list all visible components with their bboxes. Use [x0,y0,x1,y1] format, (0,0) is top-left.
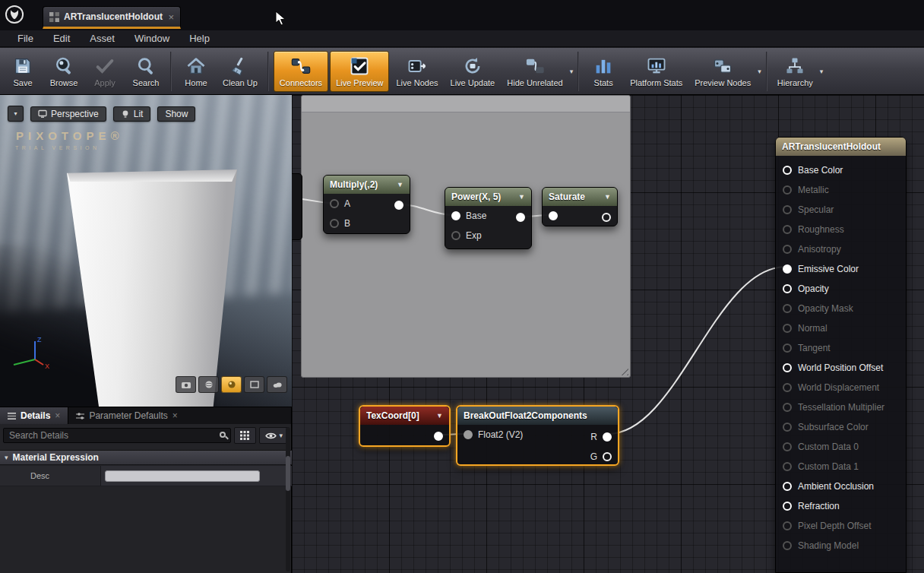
show-button[interactable]: Show [157,106,195,122]
menu-asset[interactable]: Asset [80,31,125,46]
live-update-button[interactable]: Live Update [445,51,501,92]
preview-nodes-button[interactable]: Preview Nodes [689,51,756,92]
material-pin-row[interactable]: Pixel Depth Offset [776,516,906,536]
details-tab-close-icon[interactable]: × [55,410,60,421]
saturate-node-header[interactable]: Saturate ▼ [543,188,617,206]
viewport-tool-button-1[interactable] [176,376,196,393]
desc-input[interactable] [105,470,260,482]
lit-button[interactable]: Lit [113,106,151,122]
preview-nodes-dropdown-icon[interactable]: ▾ [758,68,761,75]
viewport-tool-button-3[interactable] [221,376,242,393]
menu-file[interactable]: File [8,31,43,46]
power-input-exp-pin[interactable] [451,231,460,240]
hide-unrelated-button[interactable]: Hide Unrelated [502,51,568,92]
material-pin-icon[interactable] [783,541,792,550]
material-pin-row[interactable]: Emissive Color [776,259,906,279]
material-result-node[interactable]: ARTranslucentHoldout Base Color Metallic… [775,137,907,573]
viewport-tool-button-2[interactable] [198,376,219,393]
material-pin-row[interactable]: World Position Offset [776,358,906,378]
material-pin-row[interactable]: Metallic [776,180,906,200]
hierarchy-dropdown-icon[interactable]: ▾ [820,68,824,75]
material-pin-icon[interactable] [783,166,792,175]
multiply-collapse-icon[interactable]: ▼ [397,181,403,188]
platform-stats-button[interactable]: Platform Stats [625,51,688,92]
live-preview-button[interactable]: Live Preview [330,51,389,92]
material-expression-section-header[interactable]: ▾ Material Expression [0,450,292,465]
material-pin-row[interactable]: Refraction [776,496,906,516]
viewport-tool-button-4[interactable] [244,376,264,393]
stats-button[interactable]: Stats [584,51,623,92]
material-pin-row[interactable]: Opacity [776,279,906,299]
material-pin-row[interactable]: Normal [776,318,906,338]
preview-viewport[interactable]: ▾ Perspective Lit Show PIXOTOPE® TRIAL V… [0,95,293,407]
material-pin-icon[interactable] [783,482,792,491]
menu-window[interactable]: Window [125,31,179,46]
search-button[interactable]: Search [126,51,166,92]
material-pin-row[interactable]: Custom Data 0 [776,437,906,457]
material-pin-icon[interactable] [783,284,792,293]
parameter-defaults-tab-close-icon[interactable]: × [172,410,178,421]
material-pin-row[interactable]: Ambient Occlusion [776,476,906,496]
power-input-base-pin[interactable] [451,211,460,220]
breakout-output-g-pin[interactable] [603,452,612,461]
power-node-header[interactable]: Power(X, 5) ▼ [445,188,531,206]
material-pin-row[interactable]: World Displacement [776,378,906,397]
hide-unrelated-dropdown-icon[interactable]: ▾ [570,68,574,75]
material-pin-icon[interactable] [783,363,792,372]
texcoord-node-header[interactable]: TexCoord[0] ▼ [360,407,449,425]
comment-box-header[interactable] [302,96,630,112]
power-output-pin[interactable] [516,213,525,222]
material-pin-icon[interactable] [783,502,792,511]
asset-tab-close-icon[interactable]: × [168,11,174,23]
multiply-node[interactable]: Multiply(,2) ▼ A B [323,175,410,234]
hierarchy-button[interactable]: Hierarchy [772,51,818,92]
material-pin-row[interactable]: Tessellation Multiplier [776,397,906,417]
asset-tab[interactable]: ARTranslucentHoldout × [43,6,181,29]
material-pin-icon[interactable] [783,343,792,353]
material-graph-panel[interactable]: Multiply(,2) ▼ A B Power(X, 5) ▼ Base Ex… [292,95,924,573]
material-pin-icon[interactable] [783,264,792,274]
material-pin-row[interactable]: Roughness [776,220,906,239]
saturate-output[interactable] [602,213,611,222]
multiply-input-b-pin[interactable] [330,219,339,228]
material-pin-icon[interactable] [783,324,792,333]
material-pin-icon[interactable] [783,423,792,432]
saturate-collapse-icon[interactable]: ▼ [604,193,611,201]
material-node-header[interactable]: ARTranslucentHoldout [776,138,906,156]
perspective-button[interactable]: Perspective [30,106,106,122]
viewport-options-dropdown[interactable]: ▾ [8,106,24,122]
multiply-input-a-pin[interactable] [330,199,339,208]
power-node[interactable]: Power(X, 5) ▼ Base Exp [445,187,532,249]
material-pin-icon[interactable] [783,225,792,234]
breakout-input-pin[interactable] [464,430,473,439]
power-collapse-icon[interactable]: ▼ [518,193,525,201]
material-pin-row[interactable]: Subsurface Color [776,417,906,437]
tab-details[interactable]: Details × [0,407,68,424]
material-pin-row[interactable]: Base Color [776,160,906,180]
texcoord-output-pin[interactable] [434,432,443,441]
tab-parameter-defaults[interactable]: Parameter Defaults × [68,407,185,424]
material-pin-icon[interactable] [783,245,792,254]
breakout-output-g[interactable]: G [590,451,612,462]
material-pin-icon[interactable] [783,442,792,451]
home-button[interactable]: Home [176,51,216,92]
multiply-output[interactable] [394,201,403,210]
multiply-output-pin[interactable] [394,201,403,210]
viewport-tool-button-5[interactable] [267,376,287,393]
saturate-node[interactable]: Saturate ▼ [542,187,618,226]
menu-help[interactable]: Help [179,31,220,46]
search-details-input[interactable] [3,428,231,443]
saturate-input-pin[interactable] [549,211,558,220]
browse-button[interactable]: Browse [44,51,84,92]
material-pin-row[interactable]: Specular [776,200,906,220]
save-button[interactable]: Save [3,51,43,92]
comment-resize-handle[interactable] [619,366,628,375]
material-pin-row[interactable]: Anisotropy [776,239,906,259]
power-output[interactable] [516,213,525,222]
texcoord-collapse-icon[interactable]: ▼ [436,412,443,419]
material-pin-row[interactable]: Tangent [776,338,906,358]
material-pin-row[interactable]: Shading Model [776,536,906,556]
breakout-float2-node[interactable]: BreakOutFloat2Components Float2 (V2) R G [456,405,619,466]
breakout-output-r[interactable]: R [590,432,612,442]
material-pin-icon[interactable] [783,185,792,195]
